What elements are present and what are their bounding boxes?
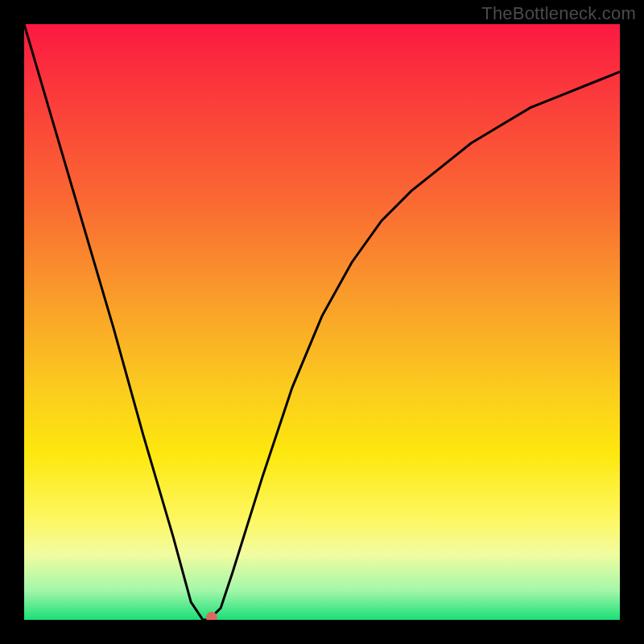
watermark-text: TheBottleneck.com	[481, 3, 636, 24]
chart-frame: TheBottleneck.com	[0, 0, 644, 644]
curve-path	[24, 24, 620, 620]
optimum-marker-dot	[206, 612, 217, 620]
plot-area	[24, 24, 620, 620]
bottleneck-curve	[24, 24, 620, 620]
